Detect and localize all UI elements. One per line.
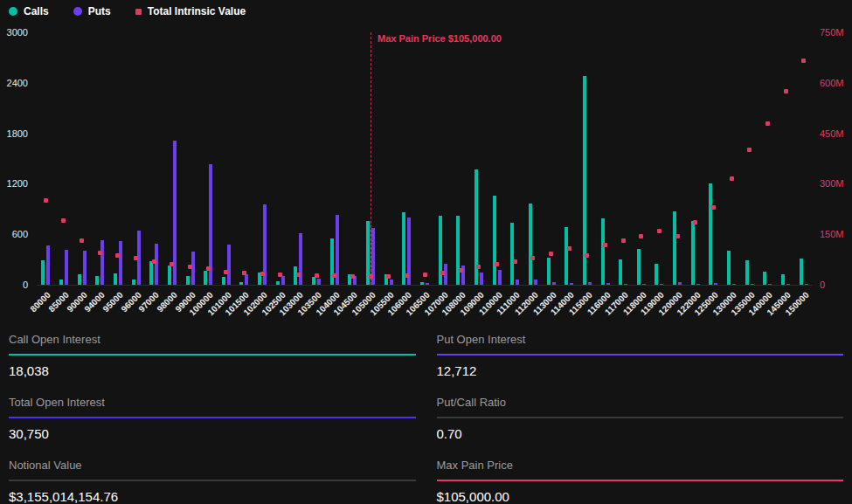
call-bar[interactable]	[529, 204, 532, 285]
call-bar[interactable]	[655, 264, 658, 285]
put-bar[interactable]	[696, 284, 700, 285]
call-bar[interactable]	[493, 196, 496, 285]
call-bar[interactable]	[691, 221, 695, 285]
intrinsic-value-point[interactable]	[134, 256, 138, 260]
put-bar[interactable]	[498, 270, 502, 285]
legend-item-intrinsic[interactable]: Total Intrinsic Value	[135, 5, 246, 17]
put-bar[interactable]	[751, 284, 754, 285]
intrinsic-value-point[interactable]	[549, 252, 553, 256]
call-bar[interactable]	[168, 266, 171, 285]
intrinsic-value-point[interactable]	[115, 253, 120, 258]
intrinsic-value-point[interactable]	[801, 59, 806, 63]
intrinsic-value-point[interactable]	[98, 251, 102, 255]
call-bar[interactable]	[565, 227, 568, 285]
call-bar[interactable]	[222, 277, 225, 285]
put-bar[interactable]	[805, 284, 808, 285]
legend-item-puts[interactable]: Puts	[73, 5, 111, 17]
put-bar[interactable]	[83, 251, 87, 285]
call-bar[interactable]	[763, 272, 766, 285]
put-bar[interactable]	[426, 283, 429, 285]
call-bar[interactable]	[330, 238, 334, 285]
intrinsic-value-point[interactable]	[440, 271, 445, 275]
put-bar[interactable]	[570, 283, 573, 285]
put-bar[interactable]	[534, 280, 537, 285]
intrinsic-value-point[interactable]	[639, 234, 643, 238]
intrinsic-value-point[interactable]	[386, 274, 391, 279]
intrinsic-value-point[interactable]	[711, 205, 716, 210]
legend-item-calls[interactable]: Calls	[9, 5, 49, 17]
call-bar[interactable]	[41, 260, 45, 285]
intrinsic-value-point[interactable]	[784, 89, 788, 93]
intrinsic-value-point[interactable]	[513, 259, 517, 264]
put-bar[interactable]	[642, 284, 646, 285]
call-bar[interactable]	[727, 251, 731, 285]
call-bar[interactable]	[239, 282, 243, 285]
intrinsic-value-point[interactable]	[224, 270, 228, 274]
call-bar[interactable]	[276, 281, 280, 285]
intrinsic-value-point[interactable]	[80, 238, 84, 243]
intrinsic-value-point[interactable]	[44, 198, 48, 203]
put-bar[interactable]	[299, 233, 302, 285]
intrinsic-value-point[interactable]	[675, 234, 680, 238]
put-bar[interactable]	[227, 245, 231, 285]
intrinsic-value-point[interactable]	[61, 218, 66, 223]
intrinsic-value-point[interactable]	[495, 262, 499, 266]
intrinsic-value-point[interactable]	[206, 266, 211, 271]
put-bar[interactable]	[480, 273, 483, 285]
call-bar[interactable]	[114, 273, 117, 285]
put-bar[interactable]	[100, 240, 104, 285]
put-bar[interactable]	[552, 282, 556, 285]
put-bar[interactable]	[155, 244, 158, 285]
put-bar[interactable]	[768, 284, 772, 285]
intrinsic-value-point[interactable]	[585, 253, 589, 258]
call-bar[interactable]	[78, 274, 81, 285]
call-bar[interactable]	[619, 259, 622, 285]
intrinsic-value-point[interactable]	[242, 271, 246, 275]
plot-area[interactable]: Max Pain Price $105,000.00	[37, 32, 813, 286]
put-bar[interactable]	[245, 274, 248, 285]
intrinsic-value-point[interactable]	[405, 273, 409, 278]
intrinsic-value-point[interactable]	[332, 273, 336, 278]
intrinsic-value-point[interactable]	[530, 256, 535, 260]
intrinsic-value-point[interactable]	[350, 274, 355, 279]
put-bar[interactable]	[46, 245, 50, 285]
call-bar[interactable]	[59, 280, 63, 285]
put-bar[interactable]	[786, 284, 790, 285]
intrinsic-value-point[interactable]	[459, 268, 463, 273]
intrinsic-value-point[interactable]	[188, 265, 192, 269]
call-bar[interactable]	[420, 282, 424, 285]
call-bar[interactable]	[601, 218, 605, 285]
call-bar[interactable]	[547, 258, 551, 285]
intrinsic-value-point[interactable]	[260, 272, 265, 276]
call-bar[interactable]	[186, 276, 190, 285]
put-bar[interactable]	[317, 279, 321, 285]
call-bar[interactable]	[510, 223, 514, 285]
intrinsic-value-point[interactable]	[765, 121, 770, 126]
call-bar[interactable]	[673, 211, 676, 285]
intrinsic-value-point[interactable]	[476, 265, 481, 269]
call-bar[interactable]	[312, 277, 315, 285]
put-bar[interactable]	[714, 283, 717, 285]
intrinsic-value-point[interactable]	[657, 229, 662, 233]
put-bar[interactable]	[624, 284, 627, 285]
call-bar[interactable]	[709, 183, 712, 285]
intrinsic-value-point[interactable]	[296, 273, 301, 277]
call-bar[interactable]	[204, 271, 207, 285]
intrinsic-value-point[interactable]	[315, 273, 319, 278]
call-bar[interactable]	[800, 259, 803, 285]
intrinsic-value-point[interactable]	[170, 262, 174, 266]
put-bar[interactable]	[660, 284, 663, 285]
call-bar[interactable]	[132, 280, 135, 285]
intrinsic-value-point[interactable]	[621, 238, 626, 243]
put-bar[interactable]	[678, 282, 682, 285]
intrinsic-value-point[interactable]	[730, 176, 734, 181]
intrinsic-value-point[interactable]	[152, 259, 156, 264]
call-bar[interactable]	[745, 260, 749, 285]
intrinsic-value-point[interactable]	[603, 243, 607, 247]
call-bar[interactable]	[149, 261, 153, 285]
call-bar[interactable]	[637, 249, 641, 285]
call-bar[interactable]	[456, 216, 460, 285]
intrinsic-value-point[interactable]	[747, 148, 752, 152]
put-bar[interactable]	[516, 280, 519, 285]
intrinsic-value-point[interactable]	[567, 246, 571, 251]
